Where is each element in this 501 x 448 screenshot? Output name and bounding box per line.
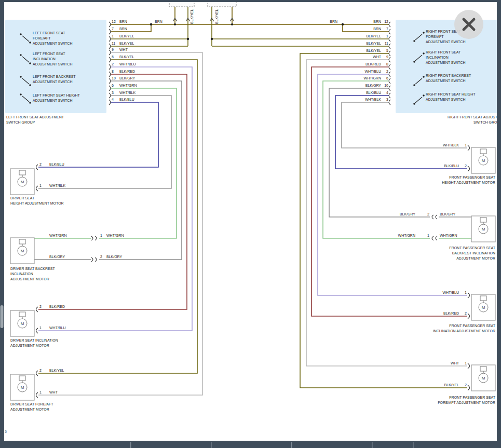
motor-name: FRONT PASSENGER SEAT [449,324,495,328]
window-border-top [0,0,501,2]
pin-num: 2 [39,369,42,372]
wire-color-label: BRN [119,20,127,23]
pin-num: 1 [112,34,114,38]
wire-color-label: BLK/RED [49,305,65,308]
motor-name: ADJUSTMENT MOTOR [10,408,49,411]
switch-group-label: LEFT FRONT SEAT ADJUSTMENT [6,115,64,119]
motor-name: DRIVER SEAT INCLINATION [10,338,58,342]
motor-name: DRIVER SEAT BACKREST [10,267,55,270]
wire-color-label: BLK/YEL [367,49,382,52]
wire-color-label: BRN [119,27,127,31]
motor-name: FRONT PASSENGER SEAT [449,175,495,179]
switch-label: ADJUSTMENT SWITCH [33,62,72,66]
wire-color-label: WHT/GRN [49,234,66,237]
wire-color-label: WHT [373,55,382,59]
wire-color-label: WHT/GRN [106,234,124,237]
top-connector-left [169,2,194,7]
close-button[interactable] [454,10,483,39]
pin-num: 7 [386,27,388,31]
pin-num: 1 [386,34,388,38]
wire-color-label: BLK/YEL [367,42,382,45]
wire-color-label: WHT/GRN [364,76,381,80]
pin-num: 7 [112,27,114,31]
pin-num: 10 [384,84,388,87]
motor-letter: M [482,158,485,163]
cable-label-vertical: BLK/YEL [215,9,219,24]
switch-label: LEFT FRONT SEAT HEIGHT [33,93,80,97]
switch-label: RIGHT FRONT SEAT [426,50,461,54]
wire-color-label: BLK/BLU [444,164,459,168]
pin-num: 1 [100,234,102,237]
switch-label: LEFT FRONT SEAT [33,31,65,35]
pin-num: 12 [112,20,116,23]
motor-name: ADJUSTMENT MOTOR [10,344,49,347]
pin-num: 11 [385,42,388,45]
wire-color-label: BLK/YEL [444,383,459,387]
pin-num: 5 [386,49,388,52]
pin-num: 2 [39,162,42,166]
switch-label: LEFT FRONT SEAT [33,52,65,56]
wire-color-label: BLK/BLU [119,98,134,101]
wiring-diagram-viewer: M M M M M M M M [0,0,501,448]
wire-color-label: WHT/BLK [365,98,381,101]
motor-name: INCLINATION ADJUSTMENT MOTOR [433,329,495,333]
wire-color-label: BRN [330,20,337,23]
page-marker: 5 [5,430,7,433]
motor-name: BACKREST INCLINATION [452,251,495,255]
motor-name: HEIGHT ADJUSTMENT MOTOR [10,201,64,205]
taskbar[interactable] [0,441,501,448]
wire-color-label: BRN [155,20,163,23]
pin-num: 9 [112,48,114,51]
switch-label: FORE/AFT [33,36,51,40]
switch-label: ADJUSTMENT SWITCH [33,42,72,45]
switch-label: INCLINATION [426,56,449,59]
pin-num: 1 [39,390,42,394]
motor-name: ADJUSTMENT MOTOR [10,277,49,281]
switch-label: ADJUSTMENT SWITCH [33,99,72,102]
wire-color-label: BLK/YEL [119,55,134,59]
window-border-left [0,0,4,448]
wire-color-label: WHT/BLU [443,291,459,294]
motor-letter: M [21,180,24,184]
wire-color-label: BLK/BLU [49,162,64,166]
wire-color-label: BLK/YEL [367,34,382,38]
motor-letter: M [21,321,24,326]
scrollbar-thumb[interactable] [1,305,4,328]
switch-label: RIGHT FRONT BACKREST [426,74,471,77]
wire-color-label: WHT/BLU [49,326,66,330]
wire-color-label: BLK/YEL [119,34,134,38]
switch-group-label: SWITCH GROUP [6,120,35,124]
pin-num: 3 [112,91,114,94]
motor-letter: M [482,376,485,381]
pin-num: 2 [100,255,102,259]
wire-color-label: BLK/GRY [106,255,123,259]
wire-color-label: BLK/YEL [119,42,134,45]
wire-color-label: WHT/BLU [365,70,382,73]
wire-color-label: WHT/GRN [119,84,137,87]
motor-name: FRONT PASSENGER SEAT [449,396,495,399]
wire-color-label: BLK/GRY [365,84,382,87]
pin-num: 6 [386,76,388,80]
pin-num: 9 [386,55,388,59]
diagram-canvas: M M M M M M M M [0,0,501,448]
wire-color-label: BLK/GRY [440,212,456,216]
switch-label: FORE/AFT [426,35,444,38]
motor-name: FRONT PASSENGER SEAT [449,246,495,250]
wire-color-label: BLK/GRY [119,76,136,80]
wire-color-label: WHT [49,390,58,394]
switch-group-label: RIGHT FRONT SEAT ADJUSTMENT [448,115,501,119]
switch-label: ADJUSTMENT SWITCH [426,98,465,101]
motor-name: DRIVER SEAT [10,196,35,200]
motor-name: ADJUSTMENT MOTOR [456,256,495,260]
pin-num: 2 [386,70,388,73]
pin-num: 10 [112,76,116,80]
wire-color-label: BLK/RED [365,62,381,66]
pin-num: 2 [465,383,467,387]
motor-name: HEIGHT ADJUSTMENT MOTOR [442,181,495,184]
pin-num: 2 [112,62,114,66]
wire-color-label: WHT/BLU [119,62,136,66]
pin-num: 1 [465,291,467,294]
wire-color-label: BLK/BLU [366,91,381,94]
pin-num: 2 [427,212,429,216]
pin-num: 5 [112,55,114,59]
